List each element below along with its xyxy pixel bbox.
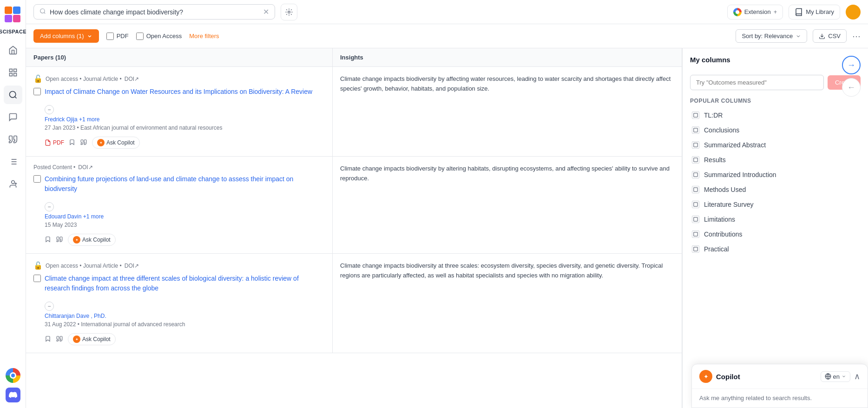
authors-more-2[interactable]: +1 more [83,213,104,220]
user-avatar[interactable] [846,5,861,20]
column-checkbox-conclusions[interactable] [692,126,699,134]
paper-date-3: 31 Aug 2022 • International journal of a… [45,321,325,328]
column-item-results[interactable]: Results [690,152,861,167]
column-papers-header: Papers (10) [26,48,333,66]
svg-point-8 [9,92,15,98]
search-bar[interactable]: How does climate change impact biodivers… [33,4,275,20]
paper-checkbox-3[interactable] [33,275,41,282]
sidebar-item-user-plus[interactable] [4,175,22,193]
bookmark-button-2[interactable] [45,236,51,244]
sidebar-bottom [6,368,20,402]
extension-button[interactable]: Extension + [727,5,783,20]
nav-arrow-right-button[interactable]: → [842,56,861,74]
sidebar-item-search[interactable] [4,86,22,104]
paper-expand-1[interactable]: − [45,105,54,114]
pdf-checkbox[interactable] [106,33,114,40]
doi-link-1[interactable]: DOI↗ [125,76,139,82]
pdf-button-1[interactable]: PDF [45,139,64,146]
column-checkbox-summarized-abstract[interactable] [692,141,699,149]
column-item-literature-survey[interactable]: Literature Survey [690,197,861,212]
open-access-filter[interactable]: Open Access [136,33,182,40]
chrome-icon[interactable] [6,368,20,383]
cite-button-2[interactable] [56,236,63,244]
paper-date-2: 15 May 2023 [45,222,325,228]
column-item-practical[interactable]: Practical [690,242,861,257]
copilot-widget: ✦ Copilot en ∧ Ask me anything related t… [691,364,868,408]
column-item-tldr[interactable]: TL:DR [690,108,861,123]
pdf-label-1: PDF [53,139,64,146]
paper-checkbox-1[interactable] [33,88,41,95]
column-item-summarized-abstract[interactable]: Summarized Abstract [690,138,861,152]
paper-meta-text-1: Open access • Journal Article • [46,76,122,82]
search-clear-button[interactable]: ✕ [263,7,269,16]
authors-more-1[interactable]: +1 more [79,116,99,123]
paper-expand-2[interactable]: − [45,202,54,211]
column-item-conclusions[interactable]: Conclusions [690,123,861,138]
svg-rect-28 [694,188,697,191]
paper-date-1: 27 Jan 2023 • East African journal of en… [45,125,325,131]
cite-button-3[interactable] [56,336,63,343]
sidebar-item-grid[interactable] [4,63,22,82]
column-checkbox-results[interactable] [692,156,699,164]
toolbar-right: Sort by: Relevance CSV ⋯ [736,29,861,43]
paper-actions-1: PDF ✦ Ask Copilot [45,137,325,149]
column-label-contributions: Contributions [704,230,743,238]
svg-rect-2 [5,15,12,22]
column-item-methods[interactable]: Methods Used [690,182,861,197]
paper-meta-1: 🔓 Open access • Journal Article • DOI↗ [33,74,325,83]
table-row: 🔓 Open access • Journal Article • DOI↗ C… [26,254,682,353]
sidebar-item-chat[interactable] [4,108,22,126]
more-filters-button[interactable]: More filters [189,33,219,39]
nav-arrow-left-button[interactable]: ← [842,78,861,97]
column-checkbox-methods[interactable] [692,186,699,193]
ask-copilot-button-1[interactable]: ✦ Ask Copilot [92,137,140,149]
column-checkbox-contributions[interactable] [692,230,699,238]
column-item-summarized-intro[interactable]: Summarized Introduction [690,167,861,182]
copilot-header: ✦ Copilot en ∧ [692,364,868,389]
sidebar-item-list[interactable] [4,152,22,171]
column-checkbox-summarized-intro[interactable] [692,171,699,178]
column-checkbox-literature-survey[interactable] [692,201,699,208]
copilot-icon-2: ✦ [73,236,80,243]
ai-settings-button[interactable] [281,4,297,20]
add-columns-button[interactable]: Add columns (1) [33,29,99,43]
column-checkbox-limitations[interactable] [692,216,699,223]
ask-copilot-button-2[interactable]: ✦ Ask Copilot [68,234,116,246]
sidebar-item-home[interactable] [4,41,22,59]
column-label-summarized-abstract: Summarized Abstract [704,141,766,149]
paper-cell-3: 🔓 Open access • Journal Article • DOI↗ C… [26,254,333,353]
brand-text: SCISPACE [0,29,26,34]
discord-icon[interactable] [6,388,20,402]
svg-rect-3 [13,15,20,22]
cite-button-1[interactable] [80,139,87,147]
column-item-contributions[interactable]: Contributions [690,227,861,242]
paper-title-3[interactable]: Climate change impact at three different… [45,274,325,293]
my-library-button[interactable]: My Library [789,5,840,20]
columns-search-input[interactable] [690,75,824,90]
paper-cell-1: 🔓 Open access • Journal Article • DOI↗ I… [26,67,333,156]
csv-button[interactable]: CSV [813,29,847,43]
copilot-brand-icon: ✦ [699,370,712,383]
paper-expand-3[interactable]: − [45,302,54,311]
column-checkbox-practical[interactable] [692,245,699,253]
doi-link-2[interactable]: DOI↗ [78,164,92,171]
copilot-lang-selector[interactable]: en [821,371,850,382]
column-item-limitations[interactable]: Limitations [690,212,861,227]
doi-link-3[interactable]: DOI↗ [125,263,139,269]
copilot-minimize-button[interactable]: ∧ [854,371,860,382]
open-access-checkbox[interactable] [136,33,144,40]
paper-title-1[interactable]: Impact of Climate Change on Water Resour… [45,87,312,97]
pdf-filter[interactable]: PDF [106,33,129,40]
column-checkbox-tldr[interactable] [692,112,699,119]
search-input[interactable]: How does climate change impact biodivers… [50,8,259,16]
more-options-button[interactable]: ⋯ [852,31,861,41]
sort-button[interactable]: Sort by: Relevance [736,29,807,43]
bookmark-button-3[interactable] [45,335,51,344]
ask-copilot-button-3[interactable]: ✦ Ask Copilot [68,333,116,345]
sidebar-item-quotes[interactable] [4,130,22,149]
paper-checkbox-2[interactable] [33,175,41,183]
bookmark-button-1[interactable] [69,138,75,147]
logo[interactable] [4,6,22,24]
add-columns-label: Add columns (1) [40,33,84,39]
paper-title-2[interactable]: Combining future projections of land-use… [45,174,325,194]
